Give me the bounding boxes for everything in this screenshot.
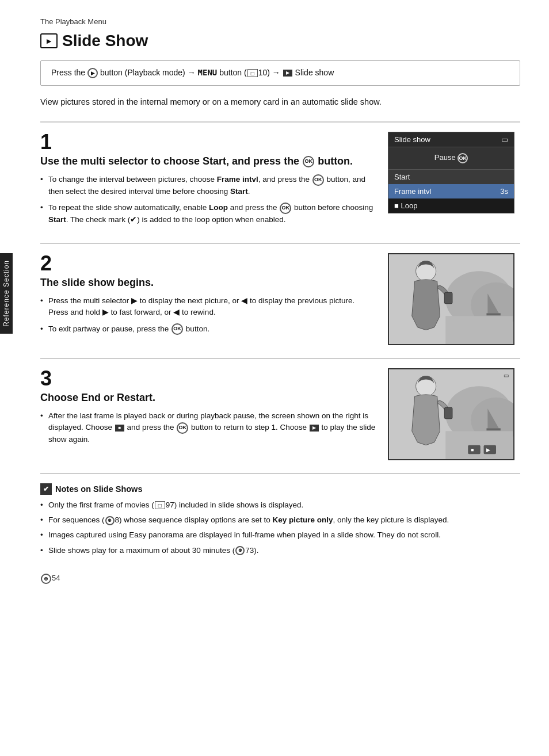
note-1: Only the first frame of movies (□97) inc… bbox=[40, 499, 520, 511]
to-text: to bbox=[111, 308, 117, 316]
step-3-image: ▭ ■ ▶ bbox=[388, 368, 520, 460]
step-3-bullet-1: After the last frame is played back or d… bbox=[40, 410, 376, 445]
battery-indicator-2: ▭ bbox=[504, 372, 509, 379]
step-3-title: Choose End or Restart. bbox=[40, 391, 376, 404]
choose-text: Choose bbox=[86, 423, 113, 432]
seq-ref: ⊛ bbox=[105, 516, 115, 525]
battery-icon: ▭ bbox=[501, 135, 508, 144]
breadcrumb: The Playback Menu bbox=[40, 17, 520, 26]
page-title: Slide Show bbox=[40, 32, 520, 50]
page-footer: ⊛54 bbox=[40, 574, 520, 584]
ref-97: □ bbox=[155, 501, 165, 509]
notes-section: ✔ Notes on Slide Shows Only the first fr… bbox=[40, 483, 520, 556]
play-button-icon: ▶ bbox=[87, 68, 98, 78]
note-4: Slide shows play for a maximum of about … bbox=[40, 545, 520, 556]
screen-content-1 bbox=[389, 254, 513, 344]
menu-start-label: Start bbox=[394, 173, 410, 181]
step-2-bullet-1: Press the multi selector ▶ to display th… bbox=[40, 295, 376, 319]
svg-rect-15 bbox=[444, 407, 452, 419]
slideshow-menu-icon: ▶ bbox=[283, 70, 292, 77]
step-2-number: 2 bbox=[40, 253, 376, 274]
step-2-image: ▭ bbox=[388, 253, 520, 345]
description: View pictures stored in the internal mem… bbox=[40, 96, 520, 109]
step-1-bullets: To change the interval between pictures,… bbox=[40, 174, 376, 225]
step-1-row: 1 Use the multi selector to choose Start… bbox=[40, 132, 520, 230]
notes-header: ✔ Notes on Slide Shows bbox=[40, 483, 520, 495]
step-2-title: The slide show begins. bbox=[40, 276, 376, 289]
ok-icon-2: OK bbox=[280, 203, 291, 214]
ok-icon-1: OK bbox=[312, 174, 324, 186]
ok-circle-icon: OK bbox=[458, 153, 468, 163]
slide-illustration-1 bbox=[389, 254, 513, 344]
step-3-content: 3 Choose End or Restart. After the last … bbox=[40, 368, 376, 450]
divider-1 bbox=[40, 121, 520, 123]
restart-icon: ▶ bbox=[310, 425, 319, 432]
divider-3 bbox=[40, 358, 520, 359]
step-3-number: 3 bbox=[40, 368, 376, 389]
menu-pause: Pause OK bbox=[388, 147, 514, 170]
step-2-bullets: Press the multi selector ▶ to display th… bbox=[40, 295, 376, 335]
menu-frame-value: 3s bbox=[500, 187, 508, 196]
ok-button-icon: OK bbox=[303, 156, 314, 167]
step-2-content: 2 The slide show begins. Press the multi… bbox=[40, 253, 376, 339]
camera-screen-2: ▭ ■ ▶ bbox=[388, 368, 514, 460]
instruction-box: Press the ▶ button (Playback mode) → MEN… bbox=[40, 60, 520, 86]
ok-icon-4: OK bbox=[177, 422, 188, 434]
step-1-bullet-2: To repeat the slide show automatically, … bbox=[40, 202, 376, 226]
notes-list: Only the first frame of movies (□97) inc… bbox=[40, 499, 520, 556]
svg-rect-7 bbox=[444, 292, 452, 304]
svg-text:■: ■ bbox=[471, 447, 474, 453]
step-2-row: 2 The slide show begins. Press the multi… bbox=[40, 253, 520, 345]
end-icon: ■ bbox=[115, 425, 124, 432]
slide-show-icon bbox=[40, 33, 58, 48]
footer-icon: ⊛ bbox=[41, 574, 51, 584]
note-3: Images captured using Easy panorama are … bbox=[40, 529, 520, 541]
svg-rect-3 bbox=[445, 316, 513, 344]
step-3-row: 3 Choose End or Restart. After the last … bbox=[40, 368, 520, 460]
svg-text:▶: ▶ bbox=[486, 447, 490, 453]
step-1-title: Use the multi selector to choose Start, … bbox=[40, 155, 376, 168]
menu-loop-label: ■ Loop bbox=[394, 201, 417, 210]
svg-rect-16 bbox=[468, 445, 480, 454]
step-1-image: Slide show ▭ Pause OK Start Frame intvl … bbox=[388, 132, 520, 213]
step-1-number: 1 bbox=[40, 132, 376, 152]
checkmark-icon: ✔ bbox=[40, 483, 52, 495]
menu-frame-label: Frame intvl bbox=[394, 187, 431, 196]
ref-73: ⊛ bbox=[235, 546, 245, 555]
step-2-bullet-2: To exit partway or pause, press the OK b… bbox=[40, 323, 376, 335]
menu-header: Slide show ▭ bbox=[388, 132, 514, 147]
step-1-content: 1 Use the multi selector to choose Start… bbox=[40, 132, 376, 230]
svg-rect-13 bbox=[486, 428, 500, 430]
ok-icon-3: OK bbox=[171, 323, 183, 335]
step-1-bullet-1: To change the interval between pictures,… bbox=[40, 174, 376, 197]
note-2: For sequences (⊛8) whose sequence displa… bbox=[40, 514, 520, 526]
divider-2 bbox=[40, 243, 520, 244]
step-3-bullets: After the last frame is played back or d… bbox=[40, 410, 376, 445]
menu-item-frame-intvl: Frame intvl 3s bbox=[388, 184, 514, 198]
svg-rect-5 bbox=[486, 313, 500, 315]
menu-item-loop: ■ Loop bbox=[388, 198, 514, 213]
menu-item-start: Start bbox=[388, 170, 514, 184]
divider-4 bbox=[40, 473, 520, 474]
slide-illustration-2: ■ ▶ bbox=[389, 369, 513, 459]
slideshow-menu: Slide show ▭ Pause OK Start Frame intvl … bbox=[388, 132, 514, 213]
camera-screen-1: ▭ bbox=[388, 253, 514, 345]
